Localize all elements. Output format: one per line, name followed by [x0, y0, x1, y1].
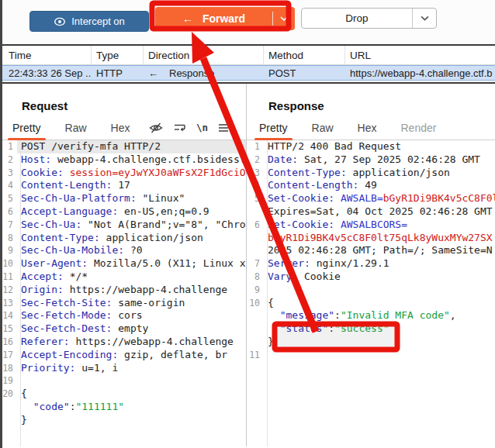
- request-panel-header: Request Pretty Raw Hex: [0, 84, 246, 140]
- response-title: Response: [268, 99, 324, 112]
- code-line: 6Accept-Language: en-US,en;q=0.9: [0, 205, 246, 219]
- code-line: "status":"success": [247, 322, 495, 336]
- line-number: 5: [247, 192, 264, 205]
- code-line: 7Sec-Ch-Ua: "Not A(Brand";v="8", "Chromi…: [0, 219, 246, 232]
- drop-label: Drop: [302, 12, 412, 24]
- chevron-down-icon: [280, 16, 288, 21]
- code-line: 8Vary: Cookie: [247, 271, 495, 284]
- request-title: Request: [22, 99, 68, 112]
- hide-icon[interactable]: [149, 122, 163, 133]
- tab-pretty[interactable]: Pretty: [12, 122, 41, 134]
- code-line: 16Referer: https://webapp-4.challenge: [0, 336, 246, 349]
- request-editor-icons: \n: [149, 122, 229, 133]
- newline-icon[interactable]: \n: [196, 122, 208, 133]
- drop-dropdown[interactable]: [413, 16, 436, 21]
- line-number: [0, 414, 17, 427]
- chevron-down-icon: [421, 16, 429, 21]
- intercept-label: Intercept on: [71, 16, 125, 27]
- intercept-toggle-button[interactable]: Intercept on: [29, 11, 149, 32]
- tab-hex[interactable]: Hex: [111, 122, 130, 134]
- eye-icon: [54, 17, 66, 26]
- cell-method: POST: [264, 66, 345, 80]
- column-header-method[interactable]: Method: [264, 46, 345, 64]
- line-number: 9: [0, 244, 17, 257]
- code-line: 15Sec-Fetch-Dest: empty: [0, 322, 246, 336]
- line-number: 3: [0, 167, 17, 180]
- line-number: 5: [0, 192, 17, 205]
- code-line: 11: [247, 349, 495, 362]
- line-number: 1: [247, 140, 264, 153]
- request-panel: Request Pretty Raw Hex: [0, 84, 247, 446]
- code-line: "message":"Invalid MFA code",: [247, 309, 495, 322]
- response-editor[interactable]: 1HTTP/2 400 Bad Request2Date: Sat, 27 Se…: [247, 140, 495, 446]
- line-number: [247, 232, 264, 245]
- code-line: "code":"111111": [0, 401, 246, 414]
- cell-time: 22:43:33 26 Sep ...: [0, 66, 92, 80]
- line-number: 4: [247, 179, 264, 192]
- window-left-edge: [0, 0, 2, 448]
- code-line: 4Content-Length: 17: [0, 179, 246, 192]
- line-number: 8: [247, 271, 264, 284]
- tab-raw[interactable]: Raw: [312, 122, 334, 134]
- line-number: [247, 244, 264, 257]
- code-line: 11Accept: */*: [0, 271, 246, 284]
- message-editors: Request Pretty Raw Hex: [0, 84, 495, 446]
- line-number: 2: [247, 153, 264, 167]
- line-number: 10: [0, 257, 17, 271]
- code-line: }: [0, 414, 246, 427]
- code-line: 14Sec-Fetch-Mode: cors: [0, 309, 246, 322]
- code-line: 3Cookie: session=eyJwYXJ0aWFsX2F1dGciOi: [0, 167, 246, 180]
- cell-direction: ← Response: [144, 66, 264, 80]
- line-number: [0, 401, 17, 414]
- forward-dropdown[interactable]: [273, 16, 295, 21]
- request-editor[interactable]: 1POST /verify-mfa HTTP/22Host: webapp-4.…: [0, 140, 246, 446]
- forward-label: Forward: [202, 12, 245, 25]
- code-line: 12Origin: https://webapp-4.challenge: [0, 284, 246, 297]
- code-line: 5Sec-Ch-Ua-Platform: "Linux": [0, 192, 246, 205]
- line-number: 7: [247, 257, 264, 271]
- wrap-lines-icon[interactable]: [173, 122, 186, 133]
- code-line: bGyR1Di9BK4v5cC8F0lt75qLk8yWuxMYw27SX: [247, 232, 495, 245]
- line-number: 8: [0, 232, 17, 245]
- line-number: 2: [0, 153, 17, 167]
- tab-render[interactable]: Render: [401, 122, 437, 134]
- line-number: [247, 336, 264, 349]
- cell-direction-label: Response: [169, 67, 215, 79]
- code-line: 3Content-Type: application/json: [247, 167, 495, 180]
- code-line: }: [247, 336, 495, 349]
- code-line: 4Content-Length: 49: [247, 179, 495, 192]
- table-row[interactable]: 22:43:33 26 Sep ... HTTP ← Response POST…: [0, 65, 495, 81]
- column-header-type[interactable]: Type: [92, 46, 144, 64]
- code-line: 9Sec-Ch-Ua-Mobile: ?0: [0, 244, 246, 257]
- intercept-toolbar: Intercept on ← Forward Drop: [0, 0, 495, 44]
- line-number: [247, 322, 264, 336]
- code-line: 1HTTP/2 400 Bad Request: [247, 140, 495, 153]
- code-line: 9: [247, 284, 495, 297]
- code-line: 2Date: Sat, 27 Sep 2025 02:46:28 GMT: [247, 153, 495, 167]
- code-line: 18Priority: u=1, i: [0, 362, 246, 375]
- line-number: 9: [247, 284, 264, 297]
- tab-pretty[interactable]: Pretty: [259, 122, 288, 134]
- code-line: 19: [0, 374, 246, 388]
- line-number: 14: [0, 309, 17, 322]
- line-number: 11: [247, 349, 264, 362]
- response-panel: Response Pretty Raw Hex Render 1HTTP/2 4…: [247, 84, 495, 446]
- column-header-direction[interactable]: Direction: [144, 46, 264, 64]
- response-tabs: Pretty Raw Hex Render: [259, 122, 436, 134]
- burp-intercept-window: Intercept on ← Forward Drop: [0, 0, 495, 446]
- code-line: 17Accept-Encoding: gzip, deflate, br: [0, 349, 246, 362]
- forward-button[interactable]: ← Forward: [155, 7, 295, 30]
- line-number: 7: [0, 219, 17, 232]
- line-number: 16: [0, 336, 17, 349]
- code-line: 2Host: webapp-4.challenge.ctf.bsidessf: [0, 153, 246, 167]
- request-tabs: Pretty Raw Hex: [12, 122, 130, 134]
- column-header-time[interactable]: Time: [0, 46, 92, 64]
- column-header-url[interactable]: URL: [345, 46, 495, 64]
- tab-raw[interactable]: Raw: [65, 122, 87, 134]
- menu-icon[interactable]: [218, 123, 229, 133]
- tab-hex[interactable]: Hex: [358, 122, 377, 134]
- code-line: 5Set-Cookie: AWSALB=bGyR1Di9BK4v5cC8F0lt…: [247, 192, 495, 205]
- code-line: 20{: [0, 388, 246, 401]
- drop-button[interactable]: Drop: [301, 8, 437, 29]
- line-number: 6: [0, 205, 17, 219]
